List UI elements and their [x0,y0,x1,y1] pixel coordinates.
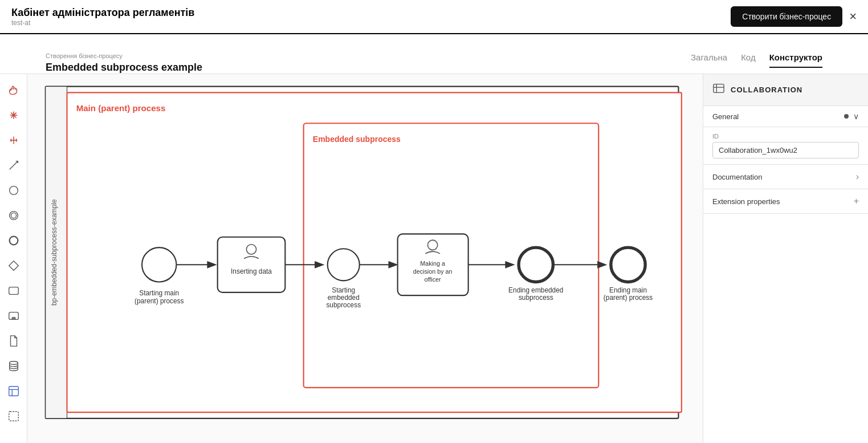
end-sub-label1: Ending embedded [508,286,563,294]
header-left: Кабінет адміністратора регламентів test-… [11,7,194,27]
breadcrumb: Створення бізнес-процесу [46,52,202,59]
start-sub-label: Starting [332,286,355,294]
general-actions: ∨ [844,112,859,121]
panel-header: COLLABORATION [703,74,868,106]
end-main-circle[interactable] [611,247,645,282]
svg-rect-13 [9,287,18,295]
subprocess-tool-button[interactable] [3,306,24,326]
create-process-button[interactable]: Створити бізнес-процес [731,6,842,27]
tab-general[interactable]: Загальна [691,52,727,68]
id-label: ID [712,133,859,140]
panel-tool-button[interactable] [3,381,24,401]
diamond-tool-button[interactable] [3,255,24,276]
svg-rect-19 [9,387,18,396]
insert-data-label: Inserting data [231,267,272,275]
panel-title: COLLABORATION [731,86,802,94]
sub-header: Створення бізнес-процесу Embedded subpro… [0,34,868,74]
start-main-label2: (parent) process [135,297,184,305]
officer-label1: Making a [420,260,445,267]
extension-properties-label: Extension properties [712,197,780,206]
db-tool-button[interactable] [3,356,24,376]
tab-constructor[interactable]: Конструктор [769,52,822,68]
end-sub-circle[interactable] [519,247,553,282]
start-main-label: Starting main [139,289,179,297]
officer-label2: decision by an [413,268,453,275]
app-title: Кабінет адміністратора регламентів [11,7,194,19]
app-subtitle: test-at [11,19,194,27]
svg-point-10 [11,213,16,218]
toolbox [0,74,27,443]
svg-marker-12 [9,261,18,271]
subprocess-label: Embedded subprocess [313,135,401,144]
general-section[interactable]: General ∨ [703,106,868,127]
start-sub-label3: subprocess [326,301,361,309]
pointer-tool-button[interactable] [3,105,24,125]
dot-indicator [844,114,849,119]
id-section: ID [703,127,868,165]
app-header: Кабінет адміністратора регламентів test-… [0,0,868,34]
general-chevron-button[interactable]: ∨ [853,112,859,121]
extension-properties-add-icon[interactable]: + [854,196,859,206]
tab-code[interactable]: Код [741,52,756,68]
general-label: General [712,112,739,121]
double-circle-tool-button[interactable] [3,205,24,226]
start-main-circle[interactable] [142,247,176,282]
documentation-row[interactable]: Documentation › [703,165,868,189]
svg-rect-22 [9,412,18,421]
documentation-chevron-icon: › [856,172,859,182]
id-input[interactable] [712,142,859,158]
svg-rect-30 [714,84,724,93]
main-process-label: Main (parent) process [76,103,166,113]
start-sub-label2: embedded [328,294,360,302]
page-title: Embedded subprocess example [46,62,202,74]
svg-point-18 [9,361,18,365]
pool-label: bp-embedded-subprocess-example [50,199,58,306]
canvas-area[interactable]: bp-embedded-subprocess-example Main (par… [27,74,703,443]
dashed-rect-tool-button[interactable] [3,406,24,426]
right-panel: COLLABORATION General ∨ ID Documentation… [703,74,868,443]
officer-label3: officer [425,276,442,283]
main-area: bp-embedded-subprocess-example Main (par… [0,74,868,443]
bpmn-diagram: bp-embedded-subprocess-example Main (par… [27,74,703,443]
extension-properties-row[interactable]: Extension properties + [703,189,868,214]
circle-tool-button[interactable] [3,180,24,201]
end-sub-label2: subprocess [519,294,553,302]
hand-tool-button[interactable] [3,80,24,100]
file-tool-button[interactable] [3,331,24,351]
lasso-tool-button[interactable] [3,130,24,151]
rect-tool-button[interactable] [3,281,24,301]
documentation-label: Documentation [712,173,762,181]
svg-point-11 [9,237,18,245]
close-button[interactable]: × [849,9,857,24]
start-sub-circle[interactable] [328,249,360,281]
connect-tool-button[interactable] [3,155,24,176]
sub-header-left: Створення бізнес-процесу Embedded subpro… [46,52,202,74]
end-main-label2: (parent) process [604,294,653,302]
svg-point-8 [9,186,18,195]
header-right: Створити бізнес-процес × [731,6,857,27]
tab-bar: Загальна Код Конструктор [691,52,822,74]
end-main-label1: Ending main [609,286,647,294]
filled-circle-tool-button[interactable] [3,230,24,251]
insert-data-task[interactable] [218,237,286,292]
collaboration-icon [712,82,725,97]
